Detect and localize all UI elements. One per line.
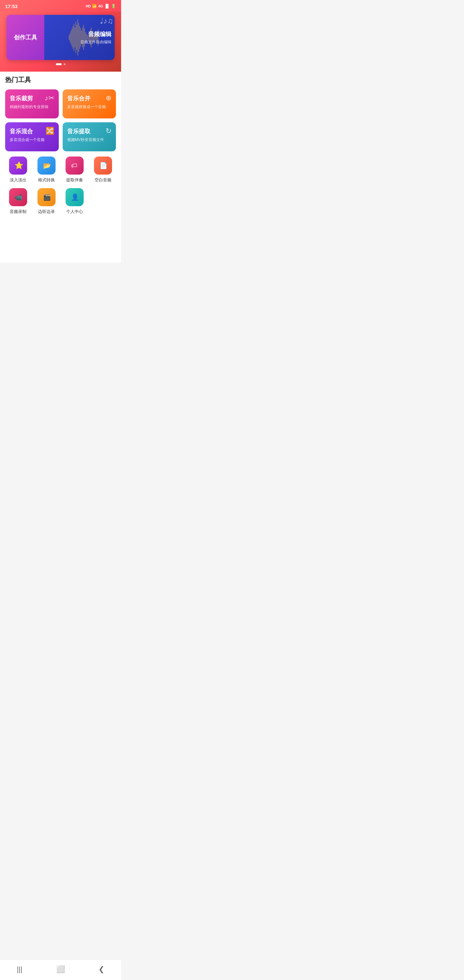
tool-card-music-merge[interactable]: ⊕ 音乐合并 多音频拼接成一个音频	[63, 89, 116, 118]
tool-card-music-extract[interactable]: ↻ 音乐提取 视频MV秒变音频文件	[63, 122, 116, 151]
music-notes-decoration: ♩♪♫	[100, 16, 113, 25]
music-extract-title: 音乐提取	[67, 127, 112, 135]
format-icon: 📂	[37, 156, 56, 175]
svg-rect-6	[75, 27, 75, 48]
record-icon: 📹	[9, 188, 27, 206]
tool-item-empty	[90, 188, 116, 215]
banner-left-text: 创作工具	[14, 33, 37, 41]
banner-subtitle: 音频文件自由编辑	[80, 39, 112, 45]
wifi-icon: 📶	[92, 4, 97, 8]
listen-record-label: 边听边录	[38, 209, 55, 215]
header-section: 创作工具	[0, 12, 121, 72]
tool-item-blank-audio[interactable]: 📄 空白音频	[90, 156, 116, 183]
format-label: 格式转换	[38, 177, 55, 183]
music-merge-title: 音乐合并	[67, 95, 112, 102]
music-mix-desc: 多音混合成一个音频	[10, 137, 54, 143]
listen-record-icon: 🎬	[37, 188, 56, 206]
svg-rect-9	[78, 19, 78, 56]
music-cut-desc: 精确到毫秒的专业剪辑	[10, 104, 54, 110]
status-time: 17:53	[5, 3, 18, 9]
tool-item-profile[interactable]: 👤 个人中心	[62, 188, 88, 215]
status-bar: 17:53 HD 📶 4G ▐▌ 🔋	[0, 0, 121, 12]
svg-text:🏷: 🏷	[71, 162, 78, 169]
profile-label: 个人中心	[66, 209, 83, 215]
tool-card-music-mix[interactable]: 🔀 音乐混合 多音混合成一个音频	[5, 122, 59, 151]
banner-right-panel: ♩♪♫ 音频编辑 音频文件自由编辑	[44, 15, 115, 60]
banner-carousel[interactable]: 创作工具	[6, 15, 115, 60]
extract-acc-label: 提取伴奏	[66, 177, 83, 183]
music-extract-desc: 视频MV秒变音频文件	[67, 137, 112, 143]
signal-bars: ▐▌	[104, 4, 110, 8]
bottom-spacer	[5, 217, 116, 243]
svg-rect-7	[76, 22, 76, 53]
blank-audio-icon: 📄	[94, 156, 112, 175]
svg-rect-8	[77, 25, 77, 50]
tool-card-music-cut[interactable]: ♪✂ 音乐裁剪 精确到毫秒的专业剪辑	[5, 89, 59, 118]
svg-rect-10	[78, 23, 79, 52]
svg-rect-1	[70, 33, 70, 42]
hd-label: HD	[86, 4, 91, 8]
tool-item-fade[interactable]: ⭐ 淡入淡出	[5, 156, 31, 183]
music-cut-icon: ♪✂	[45, 94, 54, 102]
svg-rect-11	[80, 26, 80, 49]
svg-text:📹: 📹	[14, 193, 22, 201]
tool-item-listen-record[interactable]: 🎬 边听边录	[33, 188, 59, 215]
profile-icon: 👤	[65, 188, 84, 206]
tool-item-extract-acc[interactable]: 🏷 提取伴奏	[62, 156, 88, 183]
banner-slide: 创作工具	[6, 15, 115, 60]
svg-text:🎬: 🎬	[43, 193, 51, 201]
banner-right-text: 音频编辑 音频文件自由编辑	[80, 30, 112, 45]
svg-rect-4	[73, 26, 73, 49]
fade-icon: ⭐	[9, 156, 27, 175]
dot-2	[64, 63, 65, 65]
svg-rect-5	[73, 24, 74, 51]
battery-icon: 🔋	[111, 4, 116, 8]
main-content: 热门工具 ♪✂ 音乐裁剪 精确到毫秒的专业剪辑 ⊕ 音乐合并 多音频拼接成一个音…	[0, 69, 121, 262]
svg-rect-3	[72, 29, 72, 46]
small-tools-grid-row1: ⭐ 淡入淡出 📂 格式转换 🏷 提取伴奏 📄 空白音频	[5, 156, 116, 183]
signal-4g: 4G	[98, 4, 103, 8]
svg-text:👤: 👤	[71, 193, 79, 201]
music-extract-icon: ↻	[105, 127, 112, 135]
section-title: 热门工具	[5, 75, 116, 84]
music-mix-icon: 🔀	[46, 127, 54, 135]
svg-rect-2	[71, 31, 71, 44]
music-merge-desc: 多音频拼接成一个音频	[67, 104, 112, 110]
dot-1	[56, 63, 62, 65]
banner-title: 音频编辑	[80, 30, 112, 38]
svg-text:⭐: ⭐	[14, 161, 23, 170]
small-tools-grid-row2: 📹 音频录制 🎬 边听边录 👤 个人中心	[5, 188, 116, 215]
record-label: 音频录制	[10, 209, 27, 215]
tool-item-record[interactable]: 📹 音频录制	[5, 188, 31, 215]
svg-rect-0	[69, 35, 69, 40]
large-tools-grid: ♪✂ 音乐裁剪 精确到毫秒的专业剪辑 ⊕ 音乐合并 多音频拼接成一个音频 🔀 音…	[5, 89, 116, 151]
banner-dots	[5, 63, 116, 65]
status-icons: HD 📶 4G ▐▌ 🔋	[86, 4, 116, 8]
music-merge-icon: ⊕	[105, 94, 112, 102]
svg-text:📄: 📄	[99, 162, 107, 169]
tool-item-format[interactable]: 📂 格式转换	[33, 156, 59, 183]
extract-acc-icon: 🏷	[65, 156, 84, 175]
blank-audio-label: 空白音频	[95, 177, 112, 183]
svg-text:📂: 📂	[43, 162, 51, 169]
banner-left-panel: 创作工具	[6, 15, 44, 60]
fade-label: 淡入淡出	[10, 177, 27, 183]
